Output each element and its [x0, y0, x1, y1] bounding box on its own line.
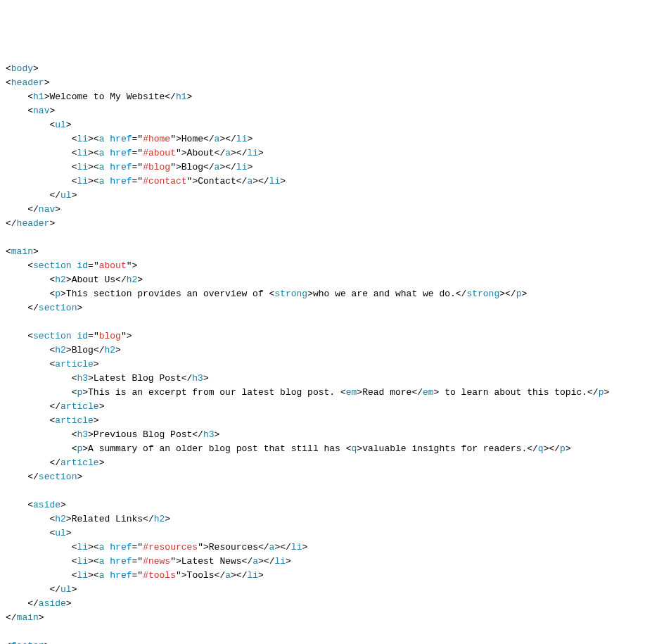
code-line: <header> [6, 76, 665, 90]
code-line [6, 231, 665, 245]
token-pun: < [6, 77, 11, 88]
token-tag: li [77, 148, 88, 158]
token-pun: < [6, 246, 11, 257]
token-pun: > [499, 289, 505, 299]
code-line: <h1>Welcome to My Website</h1> [6, 90, 665, 104]
token-pun: > [280, 176, 286, 187]
token-pun: </ [192, 429, 203, 440]
token-pun: > [44, 640, 50, 644]
token-txt: Latest Blog Post [94, 373, 181, 384]
token-pun: </ [94, 345, 105, 355]
token-pun: > [187, 91, 193, 102]
token-tag: li [236, 162, 248, 172]
token-pun: > [215, 429, 220, 440]
code-line: <ul> [6, 118, 665, 132]
token-pun: > [33, 63, 39, 74]
token-pun: </ [27, 472, 39, 482]
token-pun: > [521, 289, 527, 299]
code-line: <nav> [6, 104, 665, 118]
token-pun: </ [225, 134, 236, 144]
token-attr: href [110, 134, 132, 144]
token-pun: < [94, 162, 99, 172]
token-pun: > [258, 556, 264, 567]
token-val: #resources [143, 542, 198, 553]
code-line: <section id="about"> [6, 259, 665, 273]
token-val: about [99, 260, 127, 271]
token-tag: section [33, 331, 72, 341]
token-tag: p [55, 289, 60, 299]
code-line: </section> [6, 301, 665, 315]
token-pun: > [72, 584, 77, 595]
code-line: <li><a href="#news">Latest News</a></li> [6, 555, 665, 569]
token-pun: > [82, 443, 88, 454]
token-pun: > [88, 542, 94, 553]
token-tag: li [247, 148, 258, 158]
token-txt [6, 556, 72, 567]
token-pun: " [198, 542, 203, 553]
token-pun: > [165, 514, 170, 524]
token-txt [6, 176, 72, 187]
token-pun: > [88, 148, 94, 158]
token-txt: Blog [72, 345, 94, 355]
token-txt: This section provides an overview of [66, 289, 269, 299]
token-pun: > [33, 246, 39, 257]
token-txt: to learn about this topic. [439, 387, 587, 398]
token-pun: > [137, 274, 143, 285]
token-tag: article [60, 457, 99, 468]
token-txt [6, 542, 72, 553]
token-tag: footer [11, 640, 44, 644]
token-tag: li [77, 162, 88, 172]
token-pun: < [27, 331, 33, 341]
token-tag: nav [33, 106, 49, 116]
token-pun: > [258, 148, 264, 158]
token-txt [6, 148, 72, 158]
token-tag: li [77, 556, 88, 567]
code-line: <p>A summary of an older blog post that … [6, 442, 665, 456]
code-line: <li><a href="#resources">Resources</a></… [6, 541, 665, 555]
token-tag: h2 [104, 345, 115, 355]
token-pun: </ [236, 570, 248, 581]
token-pun: </ [258, 542, 269, 553]
token-pun: </ [225, 162, 236, 172]
token-txt [6, 106, 27, 116]
token-pun: </ [527, 443, 538, 454]
code-line: <h2>Related Links</h2> [6, 512, 665, 526]
code-line: </header> [6, 217, 665, 231]
token-tag: h2 [55, 514, 66, 524]
token-pun: </ [456, 289, 467, 299]
token-pun: </ [49, 190, 60, 201]
token-pun: </ [236, 148, 248, 158]
token-pun: > [132, 260, 138, 271]
token-pun: </ [280, 542, 291, 553]
token-pun: = [88, 260, 94, 271]
token-tag: li [291, 542, 302, 553]
token-pun: > [176, 134, 181, 144]
token-tag: h2 [127, 274, 138, 285]
token-txt [6, 387, 72, 398]
token-pun: > [77, 472, 82, 482]
token-pun: < [94, 176, 99, 187]
token-tag: aside [33, 500, 60, 510]
token-pun: > [357, 443, 362, 454]
code-line: <h2>Blog</h2> [6, 343, 665, 358]
token-tag: h2 [55, 274, 66, 285]
code-line: <p>This is an excerpt from our latest bl… [6, 386, 665, 400]
token-attr: href [110, 148, 132, 158]
token-pun: > [88, 134, 94, 144]
token-tag: ul [55, 120, 66, 130]
token-tag: ul [60, 190, 72, 201]
token-tag: h1 [176, 91, 187, 102]
token-pun: > [44, 77, 50, 88]
token-txt [6, 91, 27, 102]
token-pun: </ [27, 598, 39, 609]
token-tag: li [77, 134, 88, 144]
code-line [6, 625, 665, 639]
token-pun: > [66, 345, 72, 355]
token-pun: < [27, 91, 33, 102]
token-pun: " [94, 260, 99, 271]
token-txt [6, 120, 49, 130]
token-txt [6, 415, 49, 426]
token-pun: > [99, 401, 105, 412]
token-pun: > [203, 542, 209, 553]
token-txt: Read more [362, 387, 411, 398]
